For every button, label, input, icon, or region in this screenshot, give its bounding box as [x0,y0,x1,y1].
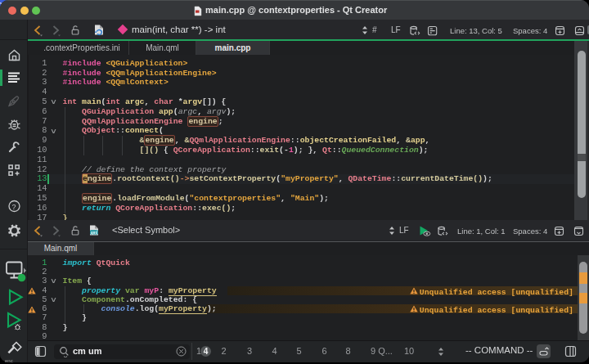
svg-text:qml: qml [91,231,98,235]
svg-text:?: ? [12,202,16,210]
